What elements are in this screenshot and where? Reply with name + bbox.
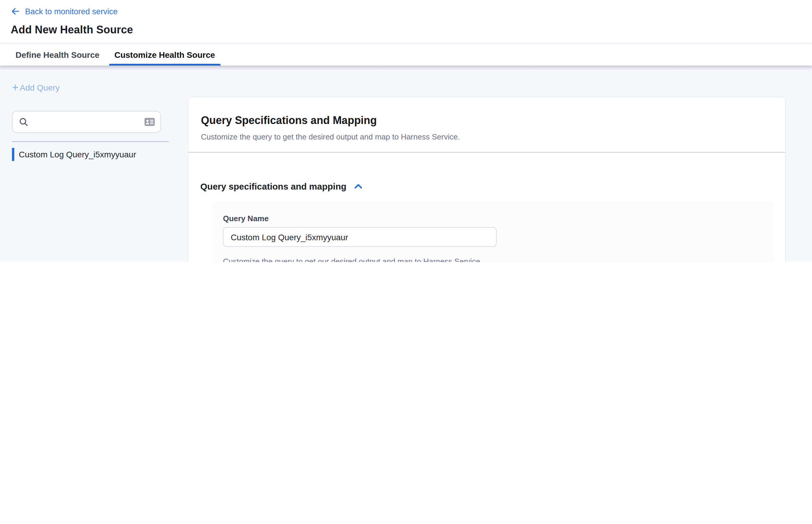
search-input[interactable] bbox=[33, 112, 140, 133]
back-link[interactable]: Back to monitored service bbox=[11, 5, 812, 17]
add-health-source-page: Back to monitored service Add New Health… bbox=[0, 0, 812, 262]
query-form-panel: Query Name Customize the query to get ou… bbox=[212, 202, 773, 262]
sidebar-divider bbox=[12, 141, 169, 142]
query-name-label: Query Name bbox=[223, 214, 767, 223]
page-header: Back to monitored service Add New Health… bbox=[0, 0, 812, 44]
tab-bar: Define Health Source Customize Health So… bbox=[0, 44, 812, 66]
query-sidebar: + Add Query bbox=[0, 66, 188, 161]
query-item-label: Custom Log Query_i5xmyyuaur bbox=[19, 149, 136, 159]
card-subtitle: Customize the query to get the desired o… bbox=[201, 132, 773, 141]
query-name-helper-text: Customize the query to get our desired o… bbox=[223, 257, 767, 262]
address-card-icon[interactable] bbox=[144, 117, 155, 129]
card-header: Query Specifications and Mapping Customi… bbox=[189, 97, 785, 152]
back-link-label[interactable]: Back to monitored service bbox=[25, 7, 118, 16]
search-icon bbox=[18, 117, 29, 129]
plus-icon: + bbox=[12, 83, 18, 92]
query-name-input[interactable] bbox=[223, 227, 497, 247]
query-list-item[interactable]: Custom Log Query_i5xmyyuaur bbox=[12, 147, 188, 161]
tab-customize-health-source[interactable]: Customize Health Source bbox=[109, 44, 221, 66]
tab-define-health-source[interactable]: Define Health Source bbox=[10, 44, 105, 66]
selected-indicator bbox=[12, 148, 14, 161]
collapse-section-button[interactable] bbox=[354, 184, 362, 189]
section-title: Query specifications and mapping bbox=[200, 181, 346, 191]
add-query-button[interactable]: + Add Query bbox=[12, 83, 60, 93]
query-specifications-card: Query Specifications and Mapping Customi… bbox=[188, 97, 786, 262]
section-header: Query specifications and mapping bbox=[200, 181, 773, 191]
add-query-label: Add Query bbox=[20, 83, 60, 93]
page-title: Add New Health Source bbox=[11, 24, 812, 36]
arrow-left-icon[interactable] bbox=[11, 6, 20, 16]
chevron-up-icon bbox=[354, 184, 362, 189]
content-area: + Add Query bbox=[0, 66, 812, 262]
query-search-box bbox=[12, 111, 161, 133]
card-body: Query specifications and mapping Query N… bbox=[189, 153, 785, 262]
card-title: Query Specifications and Mapping bbox=[201, 114, 773, 127]
